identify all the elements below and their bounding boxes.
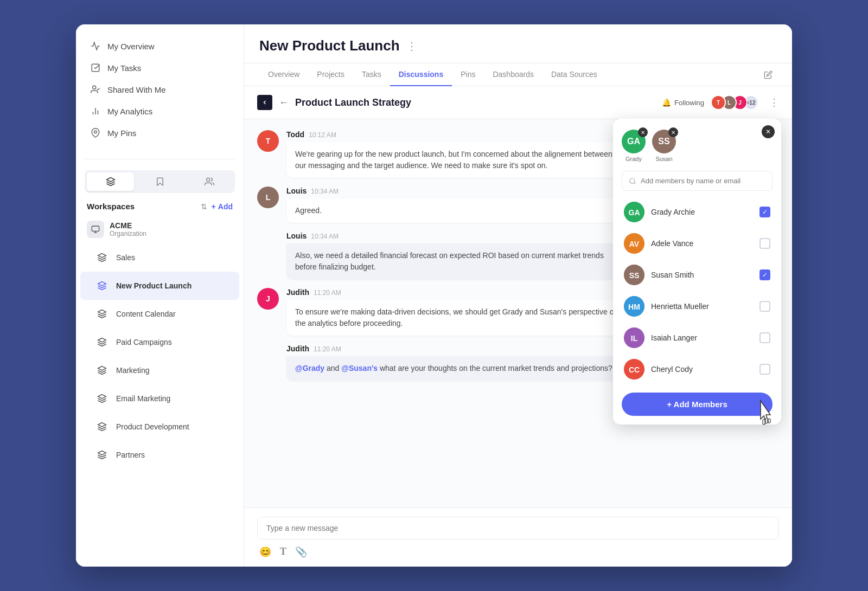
svg-rect-33 [763,419,765,425]
member-checkbox-grady[interactable]: ✓ [760,207,770,217]
svg-marker-16 [98,395,106,399]
user-check-icon [90,84,101,95]
emoji-button[interactable]: 😊 [259,546,271,558]
message-time: 10:34 AM [311,233,339,240]
workspace-list: ACME Organization ⋯ Sales ⋯ [76,215,244,556]
sidebar-item-shared[interactable]: Shared With Me [82,79,237,100]
sidebar-item-new-product-launch[interactable]: New Product Launch ⋯ [80,272,239,300]
remove-susan-button[interactable]: ✕ [668,127,678,137]
add-workspace-button[interactable]: + Add [212,202,233,211]
sidebar-item-content-calendar[interactable]: Content Calendar ⋯ [80,300,239,328]
sidebar-item-sales[interactable]: Sales ⋯ [80,243,239,272]
member-avatar: AV [624,233,644,254]
svg-rect-34 [765,418,768,423]
following-button[interactable]: 🔔 Following [662,98,704,107]
page-menu-button[interactable]: ⋮ [406,40,417,53]
member-checkbox-cheryl[interactable] [760,364,770,375]
member-item-susan[interactable]: SS Susan Smith ✓ [622,260,773,290]
discussion-meta: 🔔 Following T L J +12 ⋮ [662,95,779,110]
avatar: L [257,187,279,208]
member-checkbox-adele[interactable] [760,238,770,249]
text-format-button[interactable]: T [280,546,286,558]
sidebar-nav: My Overview My Tasks [76,35,244,144]
pin-icon [90,127,101,138]
remove-grady-button[interactable]: ✕ [638,127,648,137]
svg-rect-8 [92,226,99,231]
member-item-cheryl[interactable]: CC Cheryl Cody [622,355,773,384]
page-tabs: Overview Projects Tasks Discussions Pins… [244,63,792,86]
tab-bookmarks[interactable] [136,172,183,191]
workspace-icon-marketing [93,362,111,379]
member-item-isaiah[interactable]: IL Isaiah Langer [622,323,773,352]
tab-pins[interactable]: Pins [452,63,484,86]
more-options-button[interactable]: ⋮ [769,97,779,108]
sidebar-item-overview[interactable]: My Overview [82,35,237,57]
discussion-title: Product Launch Strategy [295,97,655,108]
tab-workspaces[interactable] [87,172,134,191]
tab-overview[interactable]: Overview [259,63,308,86]
sidebar-item-pins[interactable]: My Pins [82,122,237,144]
avatar-spacer [257,344,279,381]
acme-text: ACME Organization [110,221,214,237]
message-bubble: @Grady and @Susan's what are your though… [286,356,634,381]
tab-members[interactable] [186,172,233,191]
tab-data-sources[interactable]: Data Sources [542,63,606,86]
member-search-input[interactable] [641,177,765,185]
member-checkbox-henrietta[interactable] [760,301,770,312]
sidebar-item-analytics[interactable]: My Analytics [82,100,237,122]
sidebar-item-partners[interactable]: Partners ⋯ [80,441,239,469]
edit-icon[interactable] [760,66,777,83]
mention-susan[interactable]: @Susan's [341,364,378,372]
sidebar-item-paid-campaigns[interactable]: Paid Campaigns ⋯ [80,328,239,356]
member-avatar: CC [624,359,644,380]
message-author: Todd [286,130,304,139]
tab-discussions[interactable]: Discussions [390,63,452,86]
add-members-panel: ✕ GA ✕ Grady SS ✕ Susan [613,119,781,425]
sidebar-item-tasks[interactable]: My Tasks [82,57,237,79]
sort-icon[interactable]: ⇅ [201,202,207,211]
svg-rect-35 [768,419,770,423]
page-title: New Product Launch [259,37,400,54]
collapse-button[interactable] [257,95,272,110]
panel-close-button[interactable]: ✕ [762,125,775,138]
tab-dashboards[interactable]: Dashboards [484,63,542,86]
member-avatar: HM [624,296,644,317]
back-button[interactable]: ← [279,97,289,108]
sidebar-item-product-development[interactable]: Product Development ⋯ [80,413,239,441]
sidebar-item-marketing[interactable]: Marketing ⋯ [80,356,239,384]
member-item-grady[interactable]: GA Grady Archie ✓ [622,197,773,227]
attachment-button[interactable]: 📎 [295,546,307,558]
message-time: 10:12 AM [309,131,336,139]
workspace-icon-email-marketing [93,390,111,407]
member-item-adele[interactable]: AV Adele Vance [622,229,773,258]
member-item-henrietta[interactable]: HM Henrietta Mueller [622,292,773,321]
avatar: J [257,288,279,310]
message-input[interactable] [257,517,779,539]
bar-chart-icon [90,106,101,117]
main-content: New Product Launch ⋮ Overview Projects T… [244,24,792,567]
add-members-button[interactable]: + Add Members [622,393,773,416]
tab-tasks[interactable]: Tasks [353,63,390,86]
message-author: Judith [286,288,309,297]
message-bubble: To ensure we're making data-driven decis… [286,300,634,336]
svg-text:HM: HM [628,303,640,311]
member-checkbox-susan[interactable]: ✓ [760,269,770,280]
sidebar-item-email-marketing[interactable]: Email Marketing ⋯ [80,384,239,413]
avatars-group: T L J +12 [711,95,758,110]
member-checkbox-isaiah[interactable] [760,332,770,343]
message-input-area: 😊 T 📎 [244,508,792,567]
member-list: GA Grady Archie ✓ AV Adele Vance [622,197,773,384]
tab-projects[interactable]: Projects [308,63,353,86]
svg-rect-0 [92,64,99,72]
message-time: 10:34 AM [311,188,339,195]
svg-text:AV: AV [629,240,640,248]
message-bubble: Agreed. [286,198,634,223]
svg-marker-6 [106,178,114,182]
avatar-spacer [257,232,279,279]
workspace-item-acme[interactable]: ACME Organization ⋯ [80,215,239,243]
svg-point-7 [206,178,209,181]
workspaces-title: Workspaces [87,202,135,211]
mention-grady[interactable]: @Grady [295,364,324,372]
discussion-area: ← Product Launch Strategy 🔔 Following T … [244,86,792,567]
svg-text:SS: SS [629,271,640,280]
